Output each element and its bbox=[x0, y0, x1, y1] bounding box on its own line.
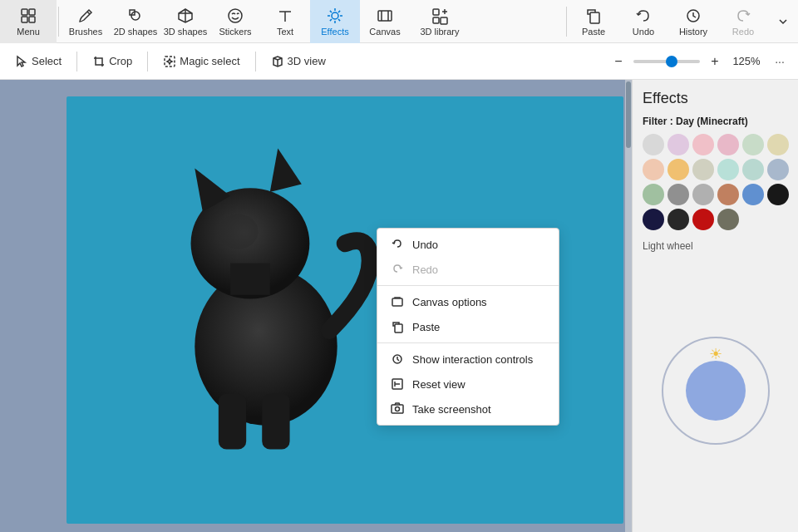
color-swatch[interactable] bbox=[717, 159, 739, 180]
color-swatch[interactable] bbox=[643, 184, 664, 205]
2d-shapes-label: 2D shapes bbox=[114, 27, 158, 37]
text-button[interactable]: Text bbox=[260, 0, 310, 43]
light-wheel-inner bbox=[686, 361, 746, 421]
zoom-value: 125% bbox=[730, 55, 763, 67]
canvas-area[interactable]: Undo Redo bbox=[0, 80, 632, 532]
filter-value: Day (Minecraft) bbox=[676, 116, 748, 127]
svg-rect-1 bbox=[29, 9, 35, 15]
menu-screenshot-label: Take screenshot bbox=[412, 403, 491, 416]
color-swatch[interactable] bbox=[667, 209, 689, 230]
main-area: Undo Redo bbox=[0, 80, 798, 532]
tool-sep-1 bbox=[76, 52, 77, 71]
light-wheel-label: Light wheel bbox=[643, 240, 788, 252]
svg-point-6 bbox=[229, 9, 242, 22]
light-wheel-container: ☀ bbox=[643, 259, 788, 522]
reset-view-icon bbox=[391, 377, 404, 391]
svg-point-7 bbox=[332, 12, 338, 19]
scrollbar[interactable] bbox=[625, 80, 632, 532]
brushes-label: Brushes bbox=[69, 27, 102, 37]
3d-shapes-button[interactable]: 3D shapes bbox=[160, 0, 210, 43]
color-swatch[interactable] bbox=[667, 134, 689, 155]
3d-view-label: 3D view bbox=[288, 55, 326, 67]
color-swatch[interactable] bbox=[717, 184, 739, 205]
svg-rect-12 bbox=[590, 12, 599, 23]
stickers-button[interactable]: Stickers bbox=[210, 0, 260, 43]
svg-rect-2 bbox=[22, 17, 27, 22]
color-swatch[interactable] bbox=[643, 134, 664, 155]
svg-rect-19 bbox=[230, 264, 270, 295]
scrollbar-thumb[interactable] bbox=[626, 81, 631, 148]
brushes-button[interactable]: Brushes bbox=[61, 0, 111, 43]
zoom-slider[interactable] bbox=[633, 60, 700, 63]
menu-show-interaction-label: Show interaction controls bbox=[412, 353, 533, 366]
toolbar-separator-1 bbox=[58, 7, 59, 37]
stickers-label: Stickers bbox=[219, 27, 251, 37]
menu-show-interaction[interactable]: Show interaction controls bbox=[377, 347, 559, 372]
3d-library-label: 3D library bbox=[420, 27, 459, 37]
select-tool[interactable]: Select bbox=[7, 48, 70, 75]
second-toolbar: Select Crop Magic select 3D view − + 125… bbox=[0, 43, 798, 80]
menu-redo[interactable]: Redo bbox=[377, 257, 559, 282]
color-swatches-grid bbox=[643, 134, 788, 230]
color-swatch[interactable] bbox=[643, 159, 664, 180]
svg-rect-24 bbox=[395, 324, 402, 332]
magic-select-tool[interactable]: Magic select bbox=[155, 48, 248, 75]
color-swatch[interactable] bbox=[667, 184, 689, 205]
effects-button[interactable]: Effects bbox=[310, 0, 360, 43]
color-swatch[interactable] bbox=[742, 159, 764, 180]
color-swatch[interactable] bbox=[692, 159, 714, 180]
color-swatch[interactable] bbox=[692, 209, 714, 230]
select-label: Select bbox=[32, 55, 62, 67]
canvas-button[interactable]: Canvas bbox=[360, 0, 410, 43]
3d-library-button[interactable]: 3D library bbox=[410, 0, 470, 43]
menu-label: Menu bbox=[17, 27, 40, 37]
3d-view-tool[interactable]: 3D view bbox=[263, 48, 334, 75]
color-swatch[interactable] bbox=[767, 134, 789, 155]
filter-label: Filter : bbox=[643, 116, 676, 127]
color-swatch[interactable] bbox=[767, 159, 789, 180]
color-swatch[interactable] bbox=[692, 134, 714, 155]
color-swatch[interactable] bbox=[643, 209, 664, 230]
svg-rect-23 bbox=[392, 298, 402, 306]
magic-select-label: Magic select bbox=[180, 55, 239, 67]
more-options-button[interactable]: ··· bbox=[768, 50, 791, 73]
crop-label: Crop bbox=[109, 55, 132, 67]
menu-paste-label: Paste bbox=[412, 321, 440, 333]
color-swatch[interactable] bbox=[667, 159, 689, 180]
paste-button[interactable]: Paste bbox=[569, 0, 618, 43]
svg-rect-9 bbox=[433, 9, 439, 15]
menu-button[interactable]: Menu bbox=[0, 0, 57, 43]
cat-figure bbox=[150, 125, 382, 457]
2d-shapes-button[interactable]: 2D shapes bbox=[111, 0, 160, 43]
zoom-in-button[interactable]: + bbox=[705, 52, 725, 71]
collapse-button[interactable] bbox=[768, 0, 798, 43]
color-swatch[interactable] bbox=[742, 184, 764, 205]
context-menu: Undo Redo bbox=[377, 228, 559, 426]
svg-rect-10 bbox=[433, 17, 439, 23]
history-button[interactable]: History bbox=[668, 0, 718, 43]
zoom-out-button[interactable]: − bbox=[608, 52, 628, 71]
undo-button[interactable]: Undo bbox=[618, 0, 668, 43]
color-swatch[interactable] bbox=[717, 209, 739, 230]
menu-screenshot[interactable]: Take screenshot bbox=[377, 397, 559, 421]
menu-canvas-options-label: Canvas options bbox=[412, 296, 487, 308]
color-swatch[interactable] bbox=[767, 184, 789, 205]
redo-button[interactable]: Redo bbox=[718, 0, 768, 43]
color-swatch[interactable] bbox=[717, 134, 739, 155]
svg-rect-21 bbox=[262, 394, 289, 450]
menu-reset-view[interactable]: Reset view bbox=[377, 372, 559, 397]
menu-canvas-options[interactable]: Canvas options bbox=[377, 289, 559, 314]
color-swatch[interactable] bbox=[692, 184, 714, 205]
text-label: Text bbox=[277, 27, 293, 37]
svg-rect-3 bbox=[29, 17, 35, 22]
menu-paste[interactable]: Paste bbox=[377, 314, 559, 339]
color-swatch[interactable] bbox=[742, 134, 764, 155]
menu-undo[interactable]: Undo bbox=[377, 232, 559, 257]
toolbar-separator-2 bbox=[566, 7, 567, 37]
light-wheel[interactable]: ☀ bbox=[662, 337, 770, 445]
effects-label: Effects bbox=[321, 27, 348, 37]
crop-tool[interactable]: Crop bbox=[84, 48, 140, 75]
zoom-thumb[interactable] bbox=[666, 56, 677, 67]
right-panel: Effects Filter : Day (Minecraft) Light w… bbox=[632, 80, 798, 532]
top-toolbar: Menu Brushes 2D shapes 3D shapes bbox=[0, 0, 798, 43]
